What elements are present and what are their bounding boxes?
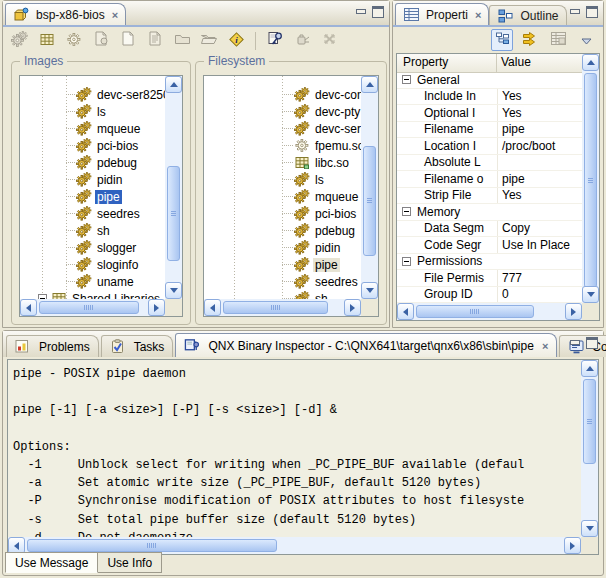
tree-item-pipe[interactable]: pipe — [204, 256, 361, 273]
maximize-icon[interactable] — [372, 6, 384, 18]
column-value[interactable]: Value — [497, 54, 582, 72]
tab-problems[interactable]: Problems — [6, 335, 99, 357]
properties-info-button[interactable]: i — [225, 30, 247, 52]
tree-item-mqueue[interactable]: mqueue — [20, 120, 165, 137]
properties-horizontal-scrollbar[interactable] — [397, 303, 582, 320]
tab-bsp-x86-bios[interactable]: bsp-x86-bios × — [5, 3, 126, 25]
maximize-icon[interactable] — [586, 6, 598, 18]
show-advanced-button[interactable] — [519, 29, 541, 51]
property-row-code-segr[interactable]: Code SegrUse In Place — [397, 237, 582, 254]
close-icon[interactable]: × — [542, 340, 548, 352]
edit-script-button — [144, 30, 166, 52]
property-label: Location I — [397, 139, 497, 153]
tree-item-pipe[interactable]: pipe — [20, 188, 165, 205]
properties-vertical-scrollbar[interactable] — [582, 54, 599, 303]
view-menu-button[interactable] — [575, 29, 597, 51]
filesystem-horizontal-scrollbar[interactable] — [204, 299, 361, 316]
property-value: /proc/boot — [497, 139, 582, 153]
close-icon[interactable]: × — [475, 9, 481, 21]
tree-item-label: devc-con — [313, 88, 361, 102]
tab-qnx-binary-inspector-c-qnx641-target-qnx[interactable]: QNX Binary Inspector - C:\QNX641\target\… — [175, 333, 557, 357]
close-icon[interactable]: × — [112, 9, 118, 21]
property-row-memory[interactable]: Memory — [397, 204, 582, 221]
property-row-location-i[interactable]: Location I/proc/boot — [397, 138, 582, 155]
property-row-filename[interactable]: Filenamepipe — [397, 122, 582, 139]
tree-item-devc-pty[interactable]: devc-pty — [204, 103, 361, 120]
gear-icon — [76, 172, 92, 187]
tree-item-shared-libraries[interactable]: Shared Libraries — [20, 290, 165, 299]
tab-outline[interactable]: Outline — [489, 5, 566, 25]
property-row-optional-i[interactable]: Optional IYes — [397, 105, 582, 122]
tree-item-label: devc-ser82 — [313, 122, 361, 136]
library-icon — [40, 32, 54, 50]
tree-item-sh[interactable]: sh — [204, 290, 361, 299]
gear-icon — [76, 240, 92, 255]
binary-inspector-button[interactable] — [264, 30, 286, 52]
tree-item-pci-bios[interactable]: pci-bios — [20, 137, 165, 154]
tree-item-pci-bios[interactable]: pci-bios — [204, 205, 361, 222]
filesystem-vertical-scrollbar[interactable] — [361, 76, 378, 299]
tree-item-slogger[interactable]: slogger — [20, 239, 165, 256]
column-property[interactable]: Property — [397, 54, 497, 72]
expander-minus-icon[interactable] — [402, 257, 411, 266]
property-label: Filename o — [397, 172, 497, 186]
tree-item-devc-ser8250[interactable]: devc-ser8250 — [20, 86, 165, 103]
tree-item-seedres[interactable]: seedres — [204, 273, 361, 290]
tree-item-ls[interactable]: ls — [20, 103, 165, 120]
properties-toolbar — [491, 28, 597, 52]
tree-item-pdebug[interactable]: pdebug — [204, 222, 361, 239]
tree-item-libc-so[interactable]: libc.so — [204, 154, 361, 171]
property-row-file-permis[interactable]: File Permis777 — [397, 270, 582, 287]
tree-item-label: seedres — [313, 275, 360, 289]
tab-use-info[interactable]: Use Info — [98, 552, 162, 573]
minimize-icon[interactable] — [570, 8, 579, 17]
package-icon — [13, 7, 29, 22]
property-row-group-id[interactable]: Group ID0 — [397, 287, 582, 304]
property-row-include-in[interactable]: Include InYes — [397, 89, 582, 106]
images-vertical-scrollbar[interactable] — [165, 76, 182, 299]
usage-text-line — [13, 383, 580, 401]
add-directory-button — [171, 30, 193, 52]
expander-minus-icon[interactable] — [402, 207, 411, 216]
property-row-general[interactable]: General — [397, 72, 582, 89]
properties-icon — [403, 8, 419, 21]
tree-item-ls[interactable]: ls — [204, 171, 361, 188]
tree-item-mqueue[interactable]: mqueue — [204, 188, 361, 205]
tree-item-label: seedres — [95, 207, 142, 221]
images-horizontal-scrollbar[interactable] — [20, 299, 165, 316]
tree-item-label: devc-pty — [313, 105, 361, 119]
property-row-data-segm[interactable]: Data SegmCopy — [397, 221, 582, 238]
tree-item-pdebug[interactable]: pdebug — [20, 154, 165, 171]
tree-mode-icon — [495, 31, 510, 49]
collapse-all-button — [318, 30, 340, 52]
minimize-icon[interactable] — [570, 339, 579, 348]
tree-item-pidin[interactable]: pidin — [204, 239, 361, 256]
tree-item-devc-con[interactable]: devc-con — [204, 86, 361, 103]
tree-item-label: fpemu.so.2 — [313, 139, 361, 153]
property-row-permissions[interactable]: Permissions — [397, 254, 582, 271]
show-categories-button[interactable] — [491, 29, 513, 51]
tree-item-uname[interactable]: uname — [20, 273, 165, 290]
tree-item-fpemu-so-2[interactable]: fpemu.so.2 — [204, 137, 361, 154]
tab-properties[interactable]: Properti × — [395, 3, 489, 25]
tree-item-pidin[interactable]: pidin — [20, 171, 165, 188]
tree-item-seedres[interactable]: seedres — [20, 205, 165, 222]
maximize-icon[interactable] — [586, 337, 598, 349]
usage-text[interactable]: pipe - POSIX pipe daemon pipe [-1] [-a <… — [13, 365, 580, 537]
tab-use-message[interactable]: Use Message — [5, 552, 98, 573]
inspector-vertical-scrollbar[interactable] — [581, 360, 598, 537]
page-list-icon — [147, 31, 163, 51]
gear-icon — [294, 172, 310, 187]
property-row-filename-o[interactable]: Filename opipe — [397, 171, 582, 188]
property-row-absolute-l[interactable]: Absolute L — [397, 155, 582, 172]
tree-item-devc-ser82[interactable]: devc-ser82 — [204, 120, 361, 137]
tab-tasks[interactable]: Tasks — [101, 335, 174, 357]
property-value: Yes — [497, 106, 582, 120]
property-row-strip-file[interactable]: Strip FileYes — [397, 188, 582, 205]
minimize-icon[interactable] — [356, 8, 365, 17]
expander-minus-icon[interactable] — [402, 75, 411, 84]
properties-table-header[interactable]: Property Value — [397, 54, 582, 73]
tree-item-sloginfo[interactable]: sloginfo — [20, 256, 165, 273]
tree-item-sh[interactable]: sh — [20, 222, 165, 239]
tab-label: Problems — [39, 340, 90, 354]
